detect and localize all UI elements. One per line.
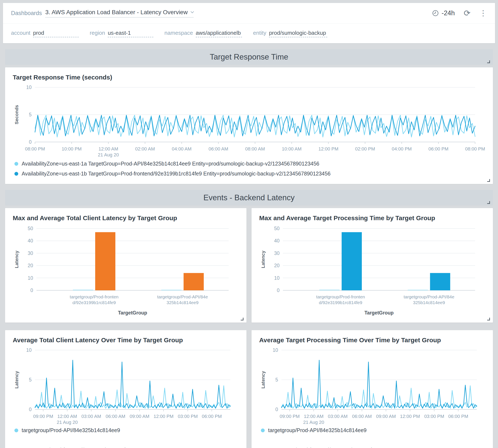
filter-namespace-value[interactable]: aws/applicationelb — [196, 30, 242, 37]
avg-client-latency-chart[interactable]: 0510Latency09:00 PM12:00 AM21 Aug 2003:0… — [13, 347, 239, 426]
filter-namespace: namespace aws/applicationelb — [164, 30, 242, 37]
legend-item-prod-frontend[interactable]: targetgroup/Prod-frontend/92e3199b1rc814… — [15, 447, 131, 448]
timeseries-row: Average Total Client Latency Over Time b… — [5, 330, 493, 448]
svg-text:21 Aug 20: 21 Aug 20 — [57, 420, 78, 425]
svg-text:5: 5 — [29, 377, 32, 383]
section-title: Events - Backend Latency — [203, 193, 295, 202]
svg-text:06:00 PM: 06:00 PM — [448, 414, 468, 419]
avg-processing-legend: targetgroup/Prod-API/84e325b14c814ee9 ta… — [259, 427, 485, 448]
dashboard-content: Target Response Time Target Response Tim… — [3, 49, 495, 448]
svg-text:03:00 AM: 03:00 AM — [82, 414, 101, 419]
svg-text:06:00 AM: 06:00 AM — [209, 146, 228, 152]
svg-text:06:00 AM: 06:00 AM — [352, 414, 372, 419]
svg-text:0: 0 — [275, 407, 278, 412]
page-title: 3. AWS Application Load Balancer - Laten… — [45, 9, 188, 16]
svg-text:TargetGroup: TargetGroup — [118, 310, 147, 316]
max-target-processing-chart[interactable]: 01020304050Latencytargetgroup/Prod-front… — [259, 225, 485, 318]
dashboard-page: { "header": { "breadcrumb": "Dashboards"… — [0, 0, 498, 448]
svg-text:02:00 PM: 02:00 PM — [355, 146, 375, 152]
section-header-events-backend-latency: Events - Backend Latency — [5, 190, 493, 206]
refresh-icon[interactable]: ⟳ — [464, 9, 470, 17]
resize-corner-icon[interactable] — [487, 318, 490, 320]
response-time-legend: AvailabilityZone=us-east-1a TargetGroup=… — [13, 161, 485, 180]
svg-text:04:00 AM: 04:00 AM — [172, 146, 192, 152]
resize-corner-icon[interactable] — [487, 201, 490, 204]
filter-bar: account prod region us-east-1 namespace … — [3, 23, 495, 43]
legend-item-prod-api[interactable]: targetgroup/Prod-API/84e325b14c814ee9 — [261, 427, 366, 433]
max-client-latency-chart[interactable]: 01020304050Latencytargetgroup/Prod-front… — [13, 225, 239, 318]
filter-namespace-label: namespace — [164, 30, 193, 36]
svg-text:12:00 AM: 12:00 AM — [99, 146, 118, 152]
svg-text:10: 10 — [28, 275, 33, 281]
legend-item-us-east-1a[interactable]: AvailabilityZone=us-east-1a TargetGroup=… — [15, 161, 485, 167]
svg-text:03:00 PM: 03:00 PM — [178, 414, 198, 419]
section-header-target-response-time: Target Response Time — [5, 49, 493, 65]
legend-label: AvailabilityZone=us-east-1b TargetGroup=… — [22, 171, 331, 177]
legend-label: targetgroup/Prod-API/84e325b14c814ee9 — [268, 427, 366, 433]
response-time-chart[interactable]: 0510Seconds08:00 PM10:00 PM12:00 AM21 Au… — [13, 84, 485, 159]
legend-dot — [261, 429, 265, 432]
filter-account-label: account — [11, 30, 30, 36]
panel-title: Max and Average Total Client Latency by … — [13, 214, 239, 222]
filter-account: account prod — [11, 30, 79, 37]
resize-corner-icon[interactable] — [487, 60, 490, 63]
svg-text:12:00 PM: 12:00 PM — [318, 146, 338, 152]
resize-corner-icon[interactable] — [487, 179, 490, 182]
svg-text:40: 40 — [28, 238, 33, 243]
panel-avg-client-latency: Average Total Client Latency Over Time b… — [5, 330, 247, 448]
avg-client-legend: targetgroup/Prod-API/84e325b14c814ee9 ta… — [13, 427, 239, 448]
filter-entity-value[interactable]: prod/sumologic-backup — [269, 30, 327, 37]
svg-text:06:00 PM: 06:00 PM — [429, 146, 448, 152]
bar-charts-row: Max and Average Total Client Latency by … — [5, 208, 493, 322]
legend-label: targetgroup/Prod-API/84e325b14c814ee9 — [22, 427, 120, 433]
svg-text:06:00 AM: 06:00 AM — [106, 414, 125, 419]
topbar-actions: -24h ⟳ ⋮ — [432, 9, 487, 17]
svg-text:Latency: Latency — [261, 251, 266, 268]
dashboard-title-dropdown[interactable]: 3. AWS Application Load Balancer - Laten… — [45, 9, 193, 17]
svg-text:targetgroup/Prod-API/84e: targetgroup/Prod-API/84e — [157, 294, 208, 299]
svg-text:0: 0 — [29, 407, 32, 412]
top-bar: Dashboards 3. AWS Application Load Balan… — [3, 3, 495, 23]
legend-label: AvailabilityZone=us-east-1a TargetGroup=… — [22, 161, 319, 167]
svg-text:21 Aug 20: 21 Aug 20 — [98, 152, 119, 158]
svg-text:Latency: Latency — [261, 371, 266, 389]
svg-text:21 Aug 20: 21 Aug 20 — [303, 420, 324, 425]
svg-text:10:00 AM: 10:00 AM — [282, 146, 302, 152]
filter-entity: entity prod/sumologic-backup — [253, 30, 327, 37]
panel-title: Average Target Processing Time Over Time… — [259, 336, 485, 344]
svg-text:50: 50 — [28, 226, 33, 231]
panel-avg-target-processing: Average Target Processing Time Over Time… — [251, 330, 493, 448]
chevron-down-icon — [191, 10, 194, 13]
svg-text:Latency: Latency — [14, 251, 19, 268]
svg-text:12:00 AM: 12:00 AM — [57, 414, 77, 419]
svg-text:20: 20 — [28, 263, 33, 268]
panel-title: Max and Average Target Processing Time b… — [259, 214, 485, 222]
svg-text:TargetGroup: TargetGroup — [364, 310, 394, 316]
legend-item-us-east-1b[interactable]: AvailabilityZone=us-east-1b TargetGroup=… — [15, 171, 485, 177]
svg-text:targetgroup/Prod-fronten: targetgroup/Prod-fronten — [70, 294, 118, 299]
kebab-menu-icon[interactable]: ⋮ — [479, 9, 487, 17]
panel-title: Average Total Client Latency Over Time b… — [13, 336, 239, 344]
filter-region-value[interactable]: us-east-1 — [108, 30, 153, 37]
svg-text:09:00 PM: 09:00 PM — [280, 414, 300, 419]
breadcrumb[interactable]: Dashboards — [11, 10, 42, 16]
resize-corner-icon[interactable] — [241, 318, 244, 320]
legend-item-prod-api[interactable]: targetgroup/Prod-API/84e325b14c814ee9 — [15, 427, 120, 433]
svg-text:targetgroup/Prod-API/84e: targetgroup/Prod-API/84e — [404, 294, 454, 299]
svg-text:12:00 AM: 12:00 AM — [304, 414, 323, 419]
filter-entity-label: entity — [253, 30, 266, 36]
svg-text:03:00 PM: 03:00 PM — [424, 414, 444, 419]
legend-item-prod-frontend[interactable]: targetgroup/Prod-frontend/92e3199b1rc814… — [261, 447, 378, 448]
svg-text:10:00 PM: 10:00 PM — [62, 146, 82, 152]
svg-text:0: 0 — [29, 139, 32, 145]
svg-text:12:00 PM: 12:00 PM — [400, 414, 420, 419]
svg-text:09:00 AM: 09:00 AM — [376, 414, 396, 419]
avg-target-processing-chart[interactable]: 0510Latency09:00 PM12:00 AM21 Aug 2003:0… — [259, 347, 485, 426]
filter-account-value[interactable]: prod — [33, 30, 79, 37]
legend-dot — [15, 429, 18, 432]
svg-text:5: 5 — [275, 377, 278, 383]
time-range-button[interactable]: -24h — [432, 9, 455, 17]
svg-text:08:00 PM: 08:00 PM — [25, 146, 45, 152]
panel-max-target-processing: Max and Average Target Processing Time b… — [251, 208, 493, 322]
panel-target-response-time: Target Response Time (seconds) 0510Secon… — [5, 67, 493, 184]
